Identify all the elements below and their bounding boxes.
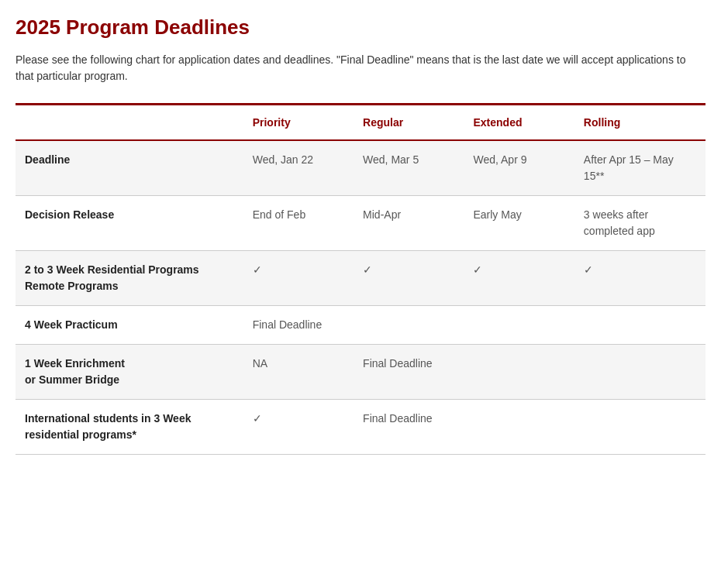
table-row: Decision ReleaseEnd of FebMid-AprEarly M… bbox=[16, 196, 705, 251]
col-header-label bbox=[16, 105, 243, 140]
col-header-priority: Priority bbox=[243, 105, 354, 140]
row-rolling bbox=[574, 345, 705, 400]
row-priority: NA bbox=[243, 345, 354, 400]
row-rolling: 3 weeks after completed app bbox=[574, 196, 705, 251]
row-priority: ✓ bbox=[243, 400, 354, 455]
table-row: 2 to 3 Week Residential ProgramsRemote P… bbox=[16, 251, 705, 306]
table-row: International students in 3 Week residen… bbox=[16, 400, 705, 455]
row-extended: Early May bbox=[464, 196, 574, 251]
table-row: DeadlineWed, Jan 22Wed, Mar 5Wed, Apr 9A… bbox=[16, 140, 705, 196]
row-extended bbox=[464, 400, 574, 455]
row-priority: End of Feb bbox=[243, 196, 354, 251]
col-header-rolling: Rolling bbox=[574, 105, 705, 140]
row-rolling: After Apr 15 – May 15** bbox=[574, 140, 705, 196]
deadlines-table: Priority Regular Extended Rolling Deadli… bbox=[16, 105, 705, 455]
row-extended: Wed, Apr 9 bbox=[464, 140, 574, 196]
row-label: 2 to 3 Week Residential ProgramsRemote P… bbox=[16, 251, 243, 306]
row-label: 4 Week Practicum bbox=[16, 306, 243, 345]
row-label: Deadline bbox=[16, 140, 243, 196]
row-regular: Mid-Apr bbox=[354, 196, 464, 251]
row-extended: ✓ bbox=[464, 251, 574, 306]
row-rolling: ✓ bbox=[574, 251, 705, 306]
page-title: 2025 Program Deadlines bbox=[16, 15, 705, 40]
row-label: International students in 3 Week residen… bbox=[16, 400, 243, 455]
row-regular: Wed, Mar 5 bbox=[354, 140, 464, 196]
col-header-extended: Extended bbox=[464, 105, 574, 140]
row-label: 1 Week Enrichmentor Summer Bridge bbox=[16, 345, 243, 400]
row-regular: Final Deadline bbox=[354, 400, 464, 455]
row-regular: Final Deadline bbox=[354, 345, 464, 400]
row-rolling bbox=[574, 400, 705, 455]
col-header-regular: Regular bbox=[354, 105, 464, 140]
row-rolling bbox=[574, 306, 705, 345]
row-regular: ✓ bbox=[354, 251, 464, 306]
row-label: Decision Release bbox=[16, 196, 243, 251]
row-extended bbox=[464, 345, 574, 400]
row-extended bbox=[464, 306, 574, 345]
row-priority: Wed, Jan 22 bbox=[243, 140, 354, 196]
row-priority: Final Deadline bbox=[243, 306, 354, 345]
table-header-row: Priority Regular Extended Rolling bbox=[16, 105, 705, 140]
table-row: 1 Week Enrichmentor Summer BridgeNAFinal… bbox=[16, 345, 705, 400]
page-description: Please see the following chart for appli… bbox=[16, 52, 705, 84]
table-row: 4 Week PracticumFinal Deadline bbox=[16, 306, 705, 345]
row-priority: ✓ bbox=[243, 251, 354, 306]
row-regular bbox=[354, 306, 464, 345]
